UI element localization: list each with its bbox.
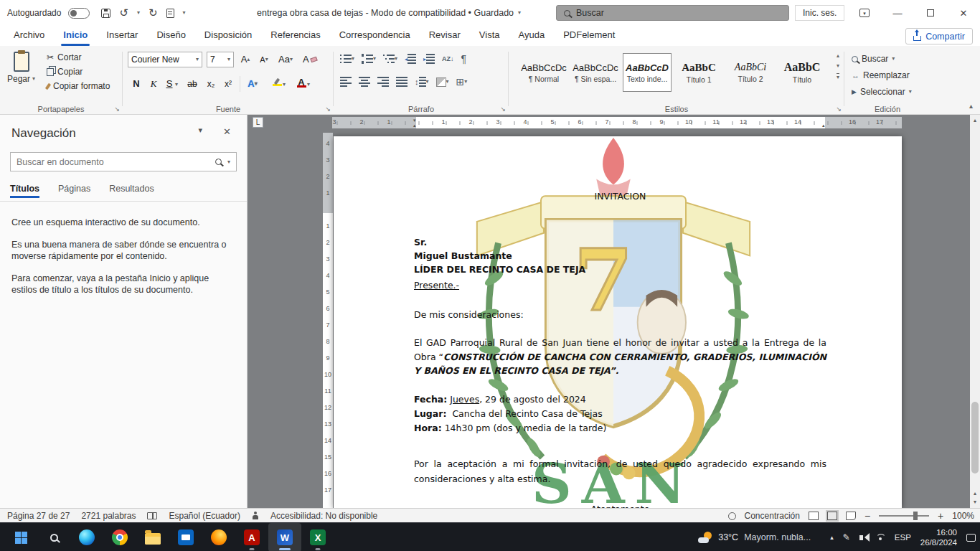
scroll-up-icon[interactable]: ▴ [970, 117, 980, 123]
first-line-indent-marker[interactable]: ▾ [413, 118, 416, 123]
accessibility-status[interactable]: Accesibilidad: No disponible [270, 511, 377, 521]
save-icon[interactable] [101, 9, 110, 18]
styles-scroll-up-icon[interactable]: ▴ [837, 53, 839, 59]
align-right-button[interactable] [377, 77, 389, 87]
weather-widget[interactable]: 33°C Mayorm. nubla... [698, 532, 811, 543]
styles-dialog-launcher-icon[interactable]: ↘ [836, 105, 842, 113]
volume-icon[interactable] [859, 535, 863, 540]
tab-pdfelement[interactable]: PDFelement [554, 26, 624, 46]
network-icon[interactable] [875, 534, 885, 542]
font-color-chevron-icon[interactable]: ▾ [307, 82, 310, 88]
style-normal[interactable]: AaBbCcDc ¶ Normal [519, 53, 568, 92]
tab-diseno[interactable]: Diseño [147, 26, 194, 46]
share-button[interactable]: Compartir [905, 28, 973, 44]
read-mode-button[interactable] [809, 512, 819, 520]
borders-button[interactable]: ⊞▾ [456, 76, 468, 88]
undo-icon[interactable]: ↺ [119, 6, 128, 19]
subscript-button[interactable]: x₂ [204, 76, 218, 91]
shrink-font-button[interactable]: A▾ [257, 52, 271, 67]
styles-scroll-down-icon[interactable]: ▾ [837, 63, 839, 69]
ribbon-display-options-button[interactable]: ▾ [848, 0, 881, 26]
select-button[interactable]: ▶ Seleccionar ▾ [849, 85, 914, 99]
sort-button[interactable]: AZ↓ [442, 55, 454, 62]
hidden-icons-chevron-icon[interactable]: ▴ [830, 534, 834, 541]
replace-button[interactable]: ↔ Reemplazar [849, 68, 912, 83]
previous-page-icon[interactable]: ▴ [970, 490, 980, 496]
copy-button[interactable]: Copiar [44, 65, 112, 79]
tab-archivo[interactable]: Archivo [4, 26, 54, 46]
nav-pane-chevron-icon[interactable]: ▾ [198, 126, 202, 134]
restore-button[interactable] [914, 0, 947, 26]
multilevel-list-button[interactable]: ▾ [383, 54, 397, 64]
grow-font-button[interactable]: A▴ [238, 52, 253, 67]
clipboard-dialog-launcher-icon[interactable]: ↘ [114, 105, 120, 113]
file-explorer-app[interactable] [136, 523, 169, 551]
clock[interactable]: 16:00 26/8/2024 [920, 527, 957, 547]
text-effects-button[interactable]: A▾ [245, 76, 260, 91]
change-case-button[interactable]: Aa▾ [277, 52, 294, 67]
vertical-ruler[interactable]: 43211234567891011121314151617 [323, 133, 333, 508]
start-button[interactable] [4, 523, 37, 551]
style-sin-espaciado[interactable]: AaBbCcDc ¶ Sin espa... [571, 53, 620, 92]
line-spacing-button[interactable]: ↕▾ [415, 77, 429, 87]
style-texto-independiente[interactable]: AaBbCcD Texto inde... [623, 53, 672, 92]
mail-app[interactable] [169, 523, 202, 551]
chrome-app[interactable] [103, 523, 136, 551]
clear-formatting-button[interactable]: A [301, 52, 319, 67]
styles-gallery-more-icon[interactable]: ▾ [837, 73, 839, 80]
show-marks-button[interactable]: ¶ [461, 53, 467, 65]
search-box[interactable]: Buscar [556, 5, 789, 21]
zoom-slider[interactable] [879, 515, 929, 517]
zoom-in-button[interactable]: + [938, 510, 943, 522]
tab-disposicion[interactable]: Disposición [195, 26, 261, 46]
qat-customize-icon[interactable]: ▾ [183, 10, 186, 16]
nav-search-input[interactable] [11, 157, 215, 167]
decrease-indent-button[interactable]: ◂ [405, 54, 416, 64]
tab-vista[interactable]: Vista [470, 26, 509, 46]
sign-in-button[interactable]: Inic. ses. [795, 5, 844, 21]
right-indent-marker[interactable]: ▴ [822, 123, 825, 128]
nav-search-chevron-icon[interactable]: ▾ [227, 159, 230, 165]
nav-search-icon[interactable] [215, 159, 222, 165]
tab-correspondencia[interactable]: Correspondencia [330, 26, 420, 46]
increase-indent-button[interactable]: ▸ [423, 54, 435, 64]
collapse-ribbon-icon[interactable]: ▴ [969, 103, 973, 110]
print-layout-button[interactable] [827, 512, 837, 520]
close-button[interactable]: ✕ [947, 0, 980, 26]
paste-button[interactable]: Pegar▾ [7, 47, 35, 84]
excel-app[interactable]: X [301, 523, 334, 551]
cut-button[interactable]: ✂Cortar [44, 50, 112, 65]
acrobat-app[interactable]: A [235, 523, 268, 551]
proofing-icon[interactable] [147, 512, 157, 519]
align-center-button[interactable] [359, 77, 370, 87]
bold-button[interactable]: N [129, 76, 143, 91]
taskbar-search-button[interactable] [37, 523, 70, 551]
numbering-button[interactable]: ▾ [362, 54, 376, 64]
highlight-color-button[interactable] [270, 75, 284, 90]
next-page-icon[interactable]: ▾ [970, 499, 980, 505]
undo-chevron-icon[interactable]: ▾ [137, 10, 140, 16]
page-indicator[interactable]: Página 27 de 27 [7, 511, 70, 521]
tab-inicio[interactable]: Inicio [54, 26, 97, 46]
font-dialog-launcher-icon[interactable]: ↘ [325, 105, 331, 113]
tab-revisar[interactable]: Revisar [420, 26, 470, 46]
hanging-indent-marker[interactable]: ▴ [413, 123, 416, 128]
paragraph-dialog-launcher-icon[interactable]: ↘ [500, 105, 506, 113]
redo-icon[interactable]: ↻ [149, 6, 158, 19]
zoom-slider-thumb[interactable] [913, 512, 918, 520]
strikethrough-button[interactable]: ab [185, 76, 199, 91]
font-size-select[interactable]: 7▾ [207, 52, 234, 67]
tab-ayuda[interactable]: Ayuda [509, 26, 554, 46]
minimize-button[interactable]: — [881, 0, 914, 26]
word-app[interactable]: W [268, 523, 301, 551]
autosave-toggle[interactable] [68, 8, 90, 19]
superscript-button[interactable]: x² [221, 76, 235, 91]
find-button[interactable]: Buscar ▾ [849, 52, 897, 66]
word-count[interactable]: 2721 palabras [81, 511, 136, 521]
nav-tab-resultados[interactable]: Resultados [109, 184, 154, 194]
firefox-app[interactable] [202, 523, 235, 551]
edge-app[interactable] [70, 523, 103, 551]
style-titulo-1[interactable]: AaBbC Título 1 [674, 53, 723, 92]
bullets-button[interactable]: ▾ [340, 54, 354, 64]
language-indicator[interactable]: Español (Ecuador) [169, 511, 240, 521]
